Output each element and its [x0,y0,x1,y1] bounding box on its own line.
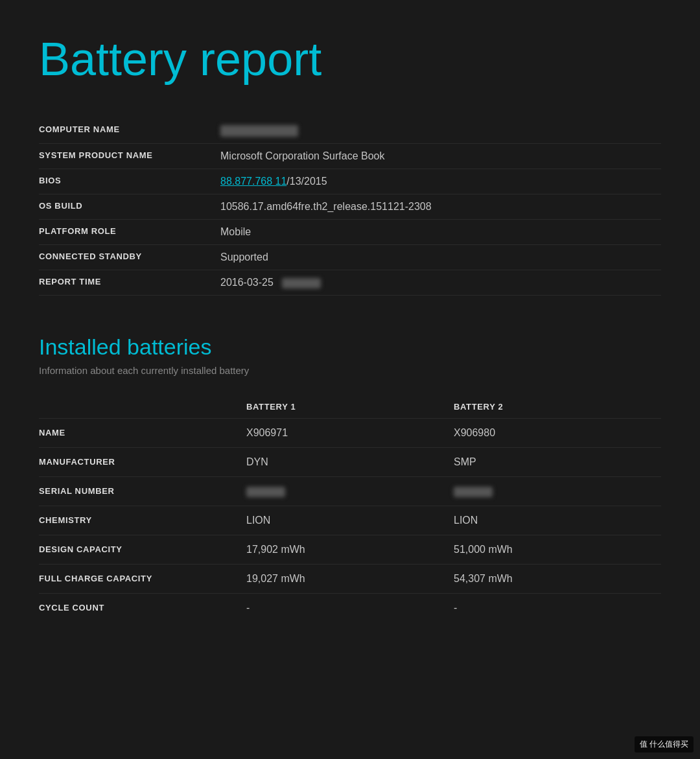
row-val2: 54,307 mWh [454,564,661,593]
row-val2: LION [454,506,661,535]
row-label: FULL CHARGE CAPACITY [39,564,246,593]
system-info-table: COMPUTER NAME SYSTEM PRODUCT NAME Micros… [39,118,661,296]
row-val2 [454,476,661,506]
table-row: REPORT TIME 2016-03-25 [39,270,661,295]
table-row: CHEMISTRY LION LION [39,506,661,535]
field-value: Supported [220,244,661,270]
bios-link[interactable]: 88.877.768 11 [220,176,286,187]
table-row: MANUFACTURER DYN SMP [39,447,661,476]
field-value: 10586.17.amd64fre.th2_release.151121-230… [220,194,661,219]
table-row: FULL CHARGE CAPACITY 19,027 mWh 54,307 m… [39,564,661,593]
blurred-computer-name [220,125,298,137]
row-val2: SMP [454,447,661,476]
field-label: PLATFORM ROLE [39,219,220,244]
section-title: Installed batteries [39,334,661,360]
table-header-row: BATTERY 1 BATTERY 2 [39,395,661,419]
blurred-serial2 [454,487,493,497]
field-label: SYSTEM PRODUCT NAME [39,143,220,169]
blurred-time [282,278,321,288]
row-val1: LION [246,506,454,535]
table-row: NAME X906971 X906980 [39,418,661,447]
table-row: CYCLE COUNT - - [39,593,661,622]
table-row: SERIAL NUMBER [39,476,661,506]
watermark: 值 什么值得买 [635,736,694,753]
batteries-table: BATTERY 1 BATTERY 2 NAME X906971 X906980… [39,395,661,622]
row-val1: 17,902 mWh [246,535,454,564]
row-label: SERIAL NUMBER [39,476,246,506]
installed-batteries-section: Installed batteries Information about ea… [39,334,661,622]
row-val2: X906980 [454,418,661,447]
row-label: MANUFACTURER [39,447,246,476]
table-row: BIOS 88.877.768 11/13/2015 [39,169,661,194]
row-label: NAME [39,418,246,447]
col-header-battery2: BATTERY 2 [454,395,661,419]
field-label: BIOS [39,169,220,194]
row-label: CHEMISTRY [39,506,246,535]
row-val1: DYN [246,447,454,476]
col-header-battery1: BATTERY 1 [246,395,454,419]
page-title: Battery report [39,32,661,86]
field-label: COMPUTER NAME [39,118,220,143]
report-time-value: 2016-03-25 [220,277,274,288]
table-row: SYSTEM PRODUCT NAME Microsoft Corporatio… [39,143,661,169]
field-value [220,118,661,143]
table-row: DESIGN CAPACITY 17,902 mWh 51,000 mWh [39,535,661,564]
field-value: 88.877.768 11/13/2015 [220,169,661,194]
row-val1: - [246,593,454,622]
section-subtitle: Information about each currently install… [39,365,661,376]
row-label: CYCLE COUNT [39,593,246,622]
field-value: 2016-03-25 [220,270,661,295]
blurred-serial1 [246,487,285,497]
row-val1: 19,027 mWh [246,564,454,593]
field-value: Microsoft Corporation Surface Book [220,143,661,169]
table-row: PLATFORM ROLE Mobile [39,219,661,244]
field-value: Mobile [220,219,661,244]
table-row: CONNECTED STANDBY Supported [39,244,661,270]
field-label: REPORT TIME [39,270,220,295]
row-label: DESIGN CAPACITY [39,535,246,564]
row-val1: X906971 [246,418,454,447]
field-label: OS BUILD [39,194,220,219]
col-header-empty [39,395,246,419]
table-row: COMPUTER NAME [39,118,661,143]
row-val2: - [454,593,661,622]
row-val2: 51,000 mWh [454,535,661,564]
row-val1 [246,476,454,506]
table-row: OS BUILD 10586.17.amd64fre.th2_release.1… [39,194,661,219]
field-label: CONNECTED STANDBY [39,244,220,270]
